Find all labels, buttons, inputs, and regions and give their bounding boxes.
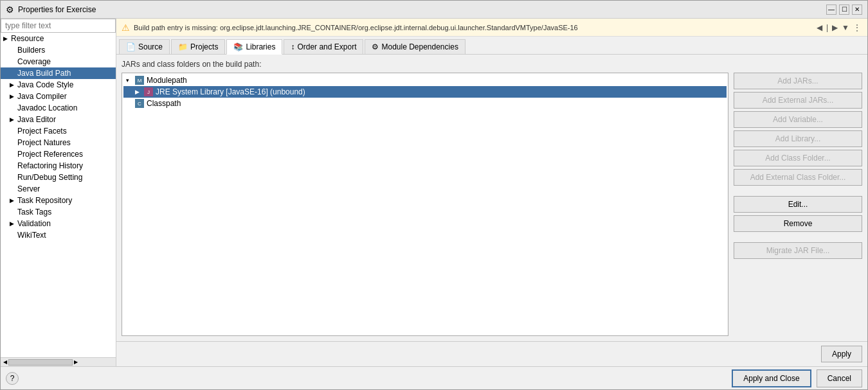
add-jars-button[interactable]: Add JARs...	[734, 73, 862, 89]
sidebar-item-java-editor[interactable]: ▶ Java Editor	[1, 114, 116, 125]
remove-button[interactable]: Remove	[734, 215, 862, 232]
sidebar-scrollbar[interactable]: ◀ ▶	[1, 357, 116, 366]
sidebar-item-task-tags[interactable]: Task Tags	[1, 206, 116, 218]
tree-item-classpath[interactable]: C Classpath	[123, 98, 727, 109]
warning-bar: ⚠ Build path entry is missing: org.eclip…	[116, 19, 867, 37]
button-spacer	[734, 188, 862, 193]
tab-projects[interactable]: 📁 Projects	[171, 39, 225, 54]
sidebar-item-refactoring-history[interactable]: Refactoring History	[1, 160, 116, 172]
nav-forward-button[interactable]: ▶	[831, 23, 839, 32]
expand-arrow: ▶	[10, 82, 16, 88]
apply-button[interactable]: Apply	[821, 346, 862, 362]
tree-item-modulepath[interactable]: ▾ M Modulepath	[123, 75, 727, 86]
sidebar-item-label: Java Code Style	[17, 80, 73, 89]
tree-item-jre-library[interactable]: ▶ J JRE System Library [JavaSE-16] (unbo…	[123, 86, 727, 98]
add-library-button[interactable]: Add Library...	[734, 130, 862, 147]
sidebar-item-task-repository[interactable]: ▶ Task Repository	[1, 195, 116, 206]
jre-label: JRE System Library [JavaSE-16] (unbound)	[156, 87, 305, 96]
tab-module-dependencies[interactable]: ⚙ Module Dependencies	[365, 39, 465, 54]
sidebar: ▶ Resource Builders Coverage Java Build …	[1, 19, 116, 366]
sidebar-item-label: Coverage	[17, 57, 51, 66]
sidebar-item-label: Builders	[17, 46, 45, 55]
scroll-thumb[interactable]	[8, 359, 73, 366]
sidebar-item-project-natures[interactable]: Project Natures	[1, 137, 116, 148]
nav-menu-button[interactable]: ▼	[840, 23, 851, 32]
sidebar-item-java-build-path[interactable]: Java Build Path	[1, 67, 116, 79]
maximize-button[interactable]: ☐	[839, 4, 849, 15]
sidebar-item-label: Java Editor	[17, 115, 56, 124]
sidebar-item-label: Project Facets	[17, 127, 67, 136]
scroll-right-arrow[interactable]: ▶	[73, 359, 79, 365]
add-variable-button[interactable]: Add Variable...	[734, 111, 862, 128]
right-panel: ⚠ Build path entry is missing: org.eclip…	[116, 19, 867, 366]
sidebar-tree: ▶ Resource Builders Coverage Java Build …	[1, 33, 116, 357]
expand-arrow: ▶	[10, 220, 16, 227]
sidebar-item-run-debug[interactable]: Run/Debug Setting	[1, 172, 116, 183]
help-button[interactable]: ?	[6, 372, 19, 385]
classpath-label: Classpath	[147, 99, 181, 108]
window-icon: ⚙	[6, 4, 14, 15]
window-title: Properties for Exercise	[18, 5, 96, 14]
sidebar-item-label: Project Natures	[17, 138, 71, 147]
tab-order-export[interactable]: ↕ Order and Export	[284, 39, 363, 54]
nav-back-button[interactable]: ◀	[815, 23, 824, 32]
sidebar-item-label: Server	[17, 184, 40, 193]
tab-order-export-label: Order and Export	[297, 42, 356, 51]
migrate-jar-file-button[interactable]: Migrate JAR File...	[734, 242, 862, 259]
sidebar-item-label: Run/Debug Setting	[17, 173, 82, 182]
build-path-tree: ▾ M Modulepath ▶ J JRE System Library [J…	[122, 73, 728, 336]
tab-libraries-label: Libraries	[246, 42, 275, 51]
expand-arrow: ▶	[10, 116, 16, 123]
add-external-jars-button[interactable]: Add External JARs...	[734, 92, 862, 109]
sidebar-item-wikitext[interactable]: WikiText	[1, 229, 116, 241]
sidebar-item-project-references[interactable]: Project References	[1, 148, 116, 160]
title-bar-left: ⚙ Properties for Exercise	[6, 4, 96, 15]
sidebar-item-java-compiler[interactable]: ▶ Java Compiler	[1, 91, 116, 102]
edit-button[interactable]: Edit...	[734, 196, 862, 213]
tabs-bar: 📄 Source 📁 Projects 📚 Libraries ↕ Order …	[116, 37, 867, 55]
sidebar-item-javadoc-location[interactable]: Javadoc Location	[1, 102, 116, 114]
sidebar-item-label: Project References	[17, 150, 83, 159]
sidebar-item-server[interactable]: Server	[1, 183, 116, 195]
expand-arrow: ▶	[3, 35, 10, 42]
tab-libraries[interactable]: 📚 Libraries	[226, 39, 282, 55]
sidebar-item-coverage[interactable]: Coverage	[1, 56, 116, 67]
filter-input[interactable]	[1, 19, 116, 33]
sidebar-item-label: Validation	[17, 219, 51, 228]
footer-buttons: Apply and Close Cancel	[732, 369, 862, 387]
add-class-folder-button[interactable]: Add Class Folder...	[734, 150, 862, 166]
sidebar-item-resource[interactable]: ▶ Resource	[1, 33, 116, 44]
sidebar-item-project-facets[interactable]: Project Facets	[1, 125, 116, 137]
content-area: JARs and class folders on the build path…	[116, 55, 867, 341]
build-path-container: ▾ M Modulepath ▶ J JRE System Library [J…	[122, 73, 862, 336]
sidebar-item-label: Task Repository	[17, 196, 72, 205]
cancel-button[interactable]: Cancel	[817, 369, 862, 387]
projects-tab-icon: 📁	[178, 42, 188, 51]
main-content: ▶ Resource Builders Coverage Java Build …	[1, 19, 867, 366]
warning-text: Build path entry is missing: org.eclipse…	[134, 24, 578, 31]
jre-icon: J	[144, 87, 153, 96]
libraries-tab-icon: 📚	[233, 42, 243, 51]
sidebar-item-label: Java Compiler	[17, 92, 67, 101]
jars-label: JARs and class folders on the build path…	[122, 60, 862, 69]
minimize-button[interactable]: —	[826, 4, 836, 15]
nav-more-button[interactable]: ⋮	[852, 23, 862, 32]
scroll-left-arrow[interactable]: ◀	[2, 359, 8, 365]
close-button[interactable]: ✕	[852, 4, 862, 15]
sidebar-item-java-code-style[interactable]: ▶ Java Code Style	[1, 79, 116, 91]
sidebar-item-builders[interactable]: Builders	[1, 44, 116, 56]
apply-close-button[interactable]: Apply and Close	[732, 369, 811, 387]
modulepath-label: Modulepath	[147, 76, 187, 85]
button-spacer2	[734, 235, 862, 240]
sidebar-item-label: Javadoc Location	[17, 103, 77, 112]
sidebar-item-label: Refactoring History	[17, 161, 83, 170]
warning-icon: ⚠	[122, 22, 130, 33]
tab-source[interactable]: 📄 Source	[119, 39, 170, 54]
sidebar-item-validation[interactable]: ▶ Validation	[1, 218, 116, 229]
tab-source-label: Source	[138, 42, 163, 51]
sidebar-item-label: Task Tags	[17, 208, 51, 217]
nav-separator: |	[825, 23, 829, 32]
sidebar-item-label: Resource	[11, 34, 44, 43]
order-export-tab-icon: ↕	[291, 42, 294, 51]
add-external-class-folder-button[interactable]: Add External Class Folder...	[734, 169, 862, 186]
